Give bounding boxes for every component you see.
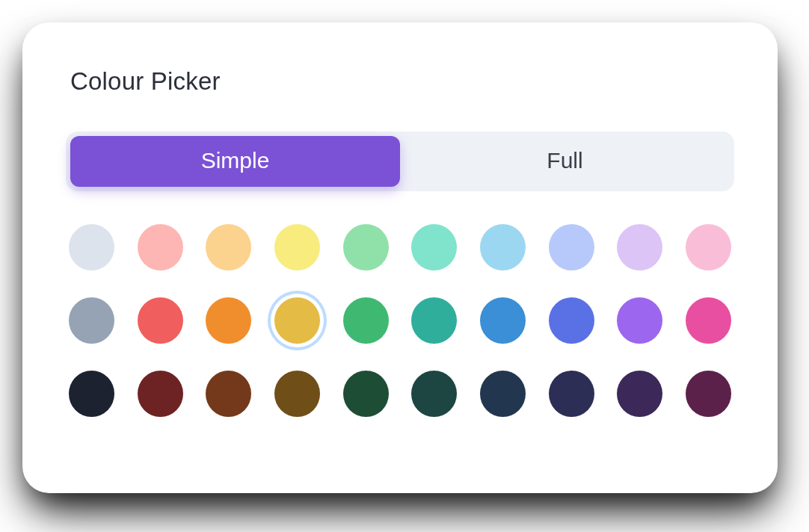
swatch-slate-dark[interactable] [69, 371, 114, 417]
swatch-dot[interactable] [343, 224, 389, 270]
swatch-sky-dark[interactable] [480, 371, 526, 417]
swatch-blue-dark[interactable] [549, 371, 594, 417]
swatch-dot[interactable] [549, 224, 594, 270]
swatch-dot[interactable] [138, 371, 183, 417]
tab-simple[interactable]: Simple [70, 136, 400, 187]
swatch-dot[interactable] [343, 371, 389, 417]
swatch-grid [66, 224, 734, 417]
swatch-yellow-dark[interactable] [274, 371, 320, 417]
swatch-pink-dark[interactable] [686, 371, 731, 417]
swatch-dot[interactable] [480, 371, 526, 417]
swatch-row [69, 224, 731, 270]
swatch-purple-dark[interactable] [617, 371, 662, 417]
swatch-blue-mid[interactable] [549, 297, 594, 344]
swatch-teal-light[interactable] [411, 224, 457, 270]
swatch-dot[interactable] [686, 224, 731, 270]
swatch-dot[interactable] [69, 371, 114, 417]
swatch-orange-mid[interactable] [206, 297, 251, 344]
swatch-orange-light[interactable] [206, 224, 251, 270]
page-title: Colour Picker [70, 67, 734, 96]
swatch-dot[interactable] [274, 371, 320, 417]
swatch-row [69, 297, 731, 344]
swatch-dot[interactable] [411, 297, 457, 344]
swatch-teal-dark[interactable] [411, 371, 457, 417]
swatch-dot[interactable] [617, 297, 662, 344]
swatch-yellow-light[interactable] [274, 224, 320, 270]
swatch-purple-light[interactable] [617, 224, 662, 270]
swatch-row [69, 371, 731, 417]
swatch-dot[interactable] [549, 297, 594, 344]
mode-segmented-control: Simple Full [66, 132, 734, 191]
swatch-dot[interactable] [411, 224, 457, 270]
swatch-sky-mid[interactable] [480, 297, 526, 344]
swatch-red-dark[interactable] [138, 371, 183, 417]
swatch-dot[interactable] [480, 297, 526, 344]
swatch-red-mid[interactable] [138, 297, 183, 344]
swatch-purple-mid[interactable] [617, 297, 662, 344]
swatch-dot[interactable] [617, 371, 662, 417]
swatch-dot[interactable] [686, 297, 731, 344]
swatch-sky-light[interactable] [480, 224, 526, 270]
swatch-green-light[interactable] [343, 224, 389, 270]
swatch-dot[interactable] [686, 371, 731, 417]
swatch-dot[interactable] [274, 224, 320, 270]
swatch-dot[interactable] [206, 224, 251, 270]
swatch-dot[interactable] [617, 224, 662, 270]
colour-picker-card: Colour Picker Simple Full [22, 22, 778, 493]
swatch-dot[interactable] [206, 297, 251, 344]
swatch-dot[interactable] [480, 224, 526, 270]
swatch-red-light[interactable] [138, 224, 183, 270]
swatch-pink-mid[interactable] [686, 297, 731, 344]
swatch-blue-light[interactable] [549, 224, 594, 270]
swatch-dot[interactable] [138, 224, 183, 270]
swatch-slate-mid[interactable] [69, 297, 114, 344]
swatch-green-dark[interactable] [343, 371, 389, 417]
swatch-dot[interactable] [69, 224, 114, 270]
swatch-teal-mid[interactable] [411, 297, 457, 344]
swatch-slate-light[interactable] [69, 224, 114, 270]
swatch-dot[interactable] [343, 297, 389, 344]
swatch-dot[interactable] [411, 371, 457, 417]
swatch-dot[interactable] [69, 297, 114, 344]
tab-full[interactable]: Full [400, 136, 730, 187]
swatch-dot[interactable] [206, 371, 251, 417]
swatch-pink-light[interactable] [686, 224, 731, 270]
swatch-dot[interactable] [549, 371, 594, 417]
swatch-orange-dark[interactable] [206, 371, 251, 417]
swatch-dot[interactable] [274, 297, 320, 344]
swatch-green-mid[interactable] [343, 297, 389, 344]
swatch-yellow-mid[interactable] [274, 297, 320, 344]
swatch-dot[interactable] [138, 297, 183, 344]
